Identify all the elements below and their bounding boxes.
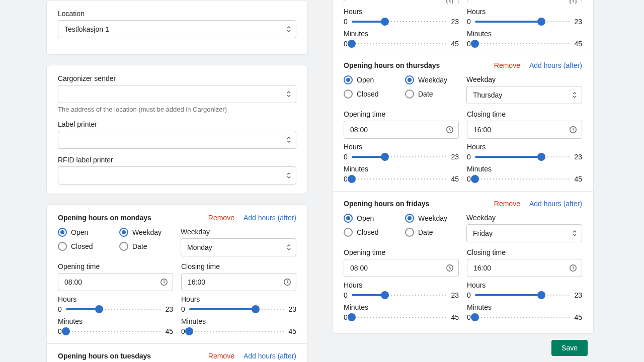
rfid-printer-label: RFID label printer [58,156,296,164]
save-button[interactable]: Save [551,340,588,356]
slider[interactable] [475,291,571,299]
opening-time-input[interactable] [344,121,459,139]
closing-time-input[interactable] [467,0,582,4]
slider[interactable] [352,18,447,26]
opening-time-input[interactable] [344,0,459,4]
date-radio[interactable] [405,228,414,237]
closing-time-input[interactable] [467,259,582,277]
oh-title: Opening hours on fridays [344,200,429,208]
slider[interactable] [475,18,571,26]
cargonizer-sender-label: Cargonizer sender [58,74,296,82]
slider[interactable] [475,40,571,48]
slider[interactable] [475,313,571,321]
opening-hours-left-card: Opening hours on mondays RemoveAdd hours… [46,204,308,362]
weekday-radio[interactable] [119,228,128,237]
weekday-radio[interactable] [405,214,414,223]
add-hours-link[interactable]: Add hours (after) [244,352,296,360]
label-printer-select[interactable] [58,131,296,149]
remove-link[interactable]: Remove [208,352,234,360]
open-radio[interactable] [344,214,353,223]
slider[interactable] [189,327,285,335]
slider[interactable] [66,327,162,335]
date-radio[interactable] [119,242,128,251]
oh-title: Opening hours on thursdays [344,61,440,69]
location-card: Location Testlokasjon 1 [46,0,308,55]
slider[interactable] [189,305,285,313]
slider[interactable] [352,313,447,321]
weekday-select[interactable]: Friday [466,224,582,242]
open-radio[interactable] [58,228,67,237]
rfid-printer-select[interactable] [58,166,296,185]
opening-hours-right-card: Hours 0 23 Minutes 0 45 Hours 0 23 [332,0,594,334]
slider[interactable] [475,175,571,183]
remove-link[interactable]: Remove [494,61,520,69]
slider[interactable] [66,305,162,313]
label-printer-label: Label printer [58,120,296,128]
oh-title: Opening hours on mondays [58,214,151,222]
cargonizer-card: Cargonizer sender The address of the loc… [46,65,308,194]
closed-radio[interactable] [344,89,353,99]
remove-link[interactable]: Remove [494,200,520,208]
weekday-radio[interactable] [405,75,414,84]
add-hours-link[interactable]: Add hours (after) [529,61,582,69]
date-radio[interactable] [405,89,414,99]
slider[interactable] [475,153,571,161]
slider[interactable] [352,175,447,183]
weekday-select[interactable]: Thursday [466,86,582,104]
weekday-select[interactable]: Monday [181,238,296,256]
closing-time-input[interactable] [467,121,582,139]
closed-radio[interactable] [58,242,67,251]
slider[interactable] [352,40,447,48]
location-label: Location [58,10,296,18]
add-hours-link[interactable]: Add hours (after) [529,200,582,208]
slider[interactable] [352,291,447,299]
open-radio[interactable] [344,75,353,84]
cargonizer-sender-select[interactable] [58,85,296,103]
slider[interactable] [352,153,447,161]
location-select[interactable]: Testlokasjon 1 [58,20,296,38]
opening-time-input[interactable] [344,259,459,277]
remove-link[interactable]: Remove [208,214,234,222]
cargonizer-sender-help: The address of the location (must be add… [58,106,296,113]
closing-time-input[interactable] [181,273,296,291]
add-hours-link[interactable]: Add hours (after) [244,214,296,222]
closed-radio[interactable] [344,228,353,237]
opening-time-input[interactable] [58,273,173,291]
